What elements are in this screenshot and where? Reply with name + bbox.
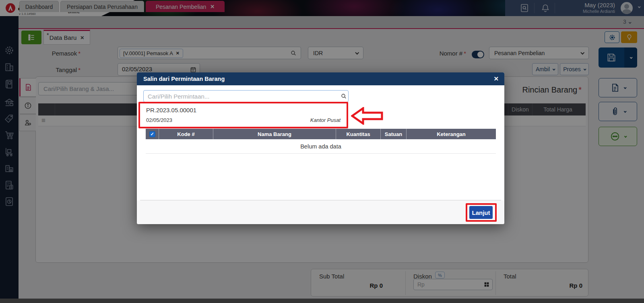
column-keterangan: Keterangan (407, 129, 496, 139)
annotation-arrow-left-icon (351, 107, 383, 125)
modal-header: Salin dari Permintaan Barang ✕ (137, 72, 504, 85)
table-header-row: ✓ Kode # Nama Barang Kuantitas Satuan Ke… (146, 129, 496, 139)
column-nama-barang: Nama Barang (213, 129, 336, 139)
annotation-highlight-result (138, 102, 348, 128)
app-root: accurate online v 1.0.1#560 May (2023) M… (0, 0, 644, 303)
column-kode: Kode # (159, 129, 213, 139)
permintaan-search-input[interactable] (143, 90, 349, 102)
column-kuantitas: Kuantitas (336, 129, 381, 139)
modal-footer (137, 200, 504, 224)
column-satuan: Satuan (381, 129, 407, 139)
checkbox-checked[interactable]: ✓ (149, 131, 155, 137)
empty-state-text: Belum ada data (146, 139, 496, 154)
modal-close-icon[interactable]: ✕ (493, 75, 499, 82)
search-icon (341, 93, 347, 99)
permintaan-items-table: ✓ Kode # Nama Barang Kuantitas Satuan Ke… (146, 129, 496, 154)
select-all-cell[interactable]: ✓ (146, 129, 159, 139)
salin-permintaan-modal: Salin dari Permintaan Barang ✕ PR.2023.0… (137, 72, 504, 224)
modal-title: Salin dari Permintaan Barang (143, 76, 225, 82)
annotation-highlight-lanjut (466, 203, 497, 222)
